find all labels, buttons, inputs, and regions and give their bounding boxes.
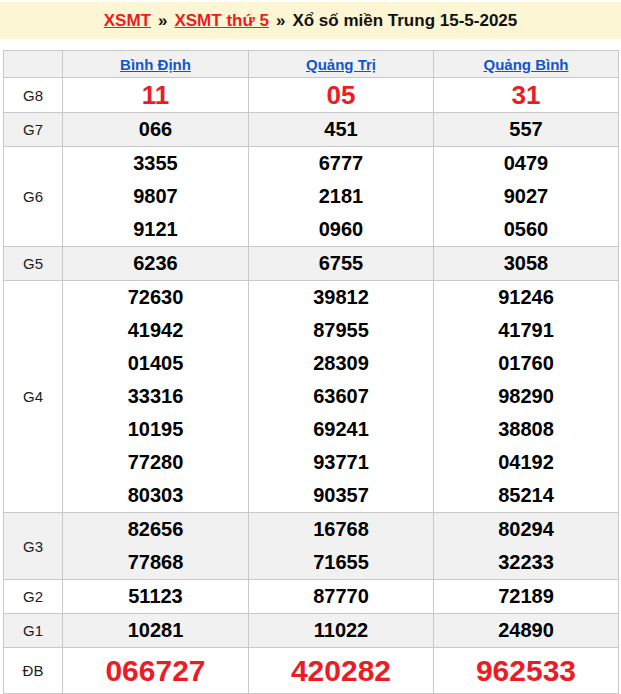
lottery-number: 82656: [63, 513, 248, 546]
breadcrumb-separator: »: [158, 11, 167, 31]
table-row: ĐB066727420282962533: [4, 648, 619, 694]
prize-label: G6: [4, 147, 63, 247]
lottery-number: 51123: [63, 580, 248, 613]
result-cell: 8265677868: [63, 513, 249, 580]
lottery-number: 6236: [63, 247, 248, 280]
result-cell: 8029432233: [434, 513, 619, 580]
table-header-row: Bình Định Quảng Trị Quảng Bình: [4, 51, 619, 78]
lottery-number: 066727: [63, 648, 248, 693]
lottery-number: 98290: [434, 380, 618, 413]
result-cell: 451: [249, 113, 434, 147]
lottery-number: 01760: [434, 347, 618, 380]
lottery-number: 91246: [434, 281, 618, 314]
lottery-number: 85214: [434, 479, 618, 512]
table-row: G2511238777072189: [4, 580, 619, 614]
lottery-number: 41942: [63, 314, 248, 347]
lottery-number: 9121: [63, 213, 248, 246]
page-title: Xổ số miền Trung 15-5-2025: [292, 11, 517, 31]
province-link-quang-binh[interactable]: Quảng Bình: [484, 56, 569, 73]
lottery-number: 24890: [434, 614, 618, 647]
lottery-number: 9027: [434, 180, 618, 213]
lottery-number: 87955: [249, 314, 433, 347]
lottery-results-table: Bình Định Quảng Trị Quảng Bình G8110531G…: [3, 50, 619, 694]
table-row: G3826567786816768716558029432233: [4, 513, 619, 580]
result-cell: 87770: [249, 580, 434, 614]
lottery-number: 0560: [434, 213, 618, 246]
table-row: G472630419420140533316101957728080303398…: [4, 281, 619, 513]
lottery-number: 10195: [63, 413, 248, 446]
lottery-number: 80294: [434, 513, 618, 546]
lottery-number: 28309: [249, 347, 433, 380]
result-cell: 31: [434, 78, 619, 113]
table-row: G6335598079121677721810960047990270560: [4, 147, 619, 247]
result-cell: 6236: [63, 247, 249, 281]
prize-label: G4: [4, 281, 63, 513]
result-cell: 72189: [434, 580, 619, 614]
result-cell: 10281: [63, 614, 249, 648]
breadcrumb-link-xsmt-thu-5[interactable]: XSMT thứ 5: [174, 11, 268, 31]
prize-label: G3: [4, 513, 63, 580]
lottery-number: 80303: [63, 479, 248, 512]
lottery-number: 557: [434, 113, 618, 146]
result-cell: 6755: [249, 247, 434, 281]
lottery-number: 0960: [249, 213, 433, 246]
prize-label: ĐB: [4, 648, 63, 694]
lottery-number: 04192: [434, 446, 618, 479]
prize-label: G8: [4, 78, 63, 113]
lottery-number: 962533: [434, 648, 618, 693]
result-cell: 335598079121: [63, 147, 249, 247]
lottery-number: 90357: [249, 479, 433, 512]
result-cell: 11: [63, 78, 249, 113]
result-cell: 677721810960: [249, 147, 434, 247]
result-cell: 3058: [434, 247, 619, 281]
result-cell: 962533: [434, 648, 619, 694]
lottery-number: 87770: [249, 580, 433, 613]
lottery-number: 63607: [249, 380, 433, 413]
breadcrumb: XSMT » XSMT thứ 5 » Xổ số miền Trung 15-…: [0, 2, 621, 39]
lottery-number: 2181: [249, 180, 433, 213]
lottery-number: 05: [249, 78, 433, 112]
result-cell: 047990270560: [434, 147, 619, 247]
table-row: G8110531: [4, 78, 619, 113]
result-cell: 51123: [63, 580, 249, 614]
lottery-number: 0479: [434, 147, 618, 180]
lottery-number: 9807: [63, 180, 248, 213]
lottery-number: 93771: [249, 446, 433, 479]
lottery-number: 11022: [249, 614, 433, 647]
corner-cell: [4, 51, 63, 78]
lottery-number: 32233: [434, 546, 618, 579]
breadcrumb-link-xsmt[interactable]: XSMT: [104, 11, 151, 31]
lottery-number: 33316: [63, 380, 248, 413]
lottery-number: 41791: [434, 314, 618, 347]
column-header-quang-binh: Quảng Bình: [434, 51, 619, 78]
lottery-number: 77868: [63, 546, 248, 579]
column-header-quang-tri: Quảng Trị: [249, 51, 434, 78]
lottery-number: 72189: [434, 580, 618, 613]
lottery-number: 01405: [63, 347, 248, 380]
province-link-binh-dinh[interactable]: Bình Định: [120, 56, 191, 73]
lottery-number: 6777: [249, 147, 433, 180]
prize-label: G2: [4, 580, 63, 614]
lottery-number: 10281: [63, 614, 248, 647]
prize-label: G7: [4, 113, 63, 147]
lottery-number: 066: [63, 113, 248, 146]
province-link-quang-tri[interactable]: Quảng Trị: [306, 56, 376, 73]
table-row: G7066451557: [4, 113, 619, 147]
lottery-number: 38808: [434, 413, 618, 446]
lottery-number: 69241: [249, 413, 433, 446]
result-cell: 39812879552830963607692419377190357: [249, 281, 434, 513]
lottery-number: 39812: [249, 281, 433, 314]
lottery-number: 420282: [249, 648, 433, 693]
result-cell: 066: [63, 113, 249, 147]
lottery-number: 3058: [434, 247, 618, 280]
lottery-number: 72630: [63, 281, 248, 314]
lottery-number: 31: [434, 78, 618, 112]
table-row: G5623667553058: [4, 247, 619, 281]
lottery-number: 451: [249, 113, 433, 146]
lottery-number: 6755: [249, 247, 433, 280]
lottery-number: 16768: [249, 513, 433, 546]
result-cell: 91246417910176098290388080419285214: [434, 281, 619, 513]
lottery-number: 3355: [63, 147, 248, 180]
result-cell: 05: [249, 78, 434, 113]
breadcrumb-separator: »: [276, 11, 285, 31]
